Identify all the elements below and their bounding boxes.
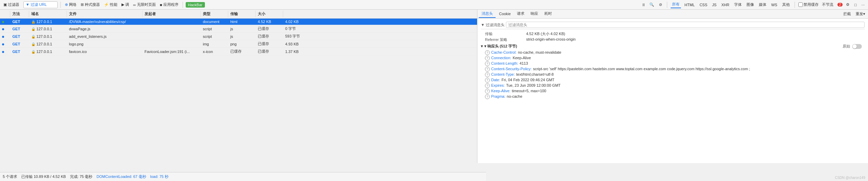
row-type: script <box>201 26 228 32</box>
header-key: Connection: <box>491 56 511 60</box>
tab-headers[interactable]: 消息头 <box>479 10 496 18</box>
tab-timing[interactable]: 耗时 <box>542 10 555 18</box>
row-domain: 🔒 127.0.0.1 <box>29 41 67 47</box>
filter-xhr-btn[interactable]: XHR <box>720 2 731 8</box>
unlimited-item[interactable]: ∞ 无限时页面 <box>132 1 157 8</box>
resend-button[interactable]: 重发▾ <box>854 11 867 17</box>
response-headers-list: ? Cache-Control: no-cache, must-revalida… <box>481 50 865 99</box>
search-button[interactable]: 🔍 <box>648 2 656 8</box>
table-row[interactable]: GET 🔒 127.0.0.1 favicon.ico FaviconLoade… <box>0 48 477 55</box>
row-size2: 0 字节 <box>283 25 311 32</box>
top-toolbar: ▣ ▣ 过滤器 过滤器 ▼ 过滤 URL ⊕ 网络 ⊞ 种式搜器 ⚡ 性能 ▶ … <box>0 0 868 10</box>
header-val: text/html;charset=utf-8 <box>516 72 554 76</box>
row-size2: 4.93 KB <box>283 41 311 47</box>
filter-media-btn[interactable]: 媒体 <box>757 1 768 8</box>
col-header-initiator[interactable]: 发起者 <box>142 11 201 17</box>
filter-all-btn[interactable]: 所有 <box>671 1 681 8</box>
info-icon[interactable]: ? <box>485 61 490 66</box>
tab-request[interactable]: 请求 <box>514 10 527 18</box>
general-key-referrer: Referrer 策略 <box>485 37 526 42</box>
info-icon[interactable]: ? <box>485 94 490 99</box>
disable-cache-label[interactable]: 禁用缓存 <box>798 2 819 7</box>
format-search-item[interactable]: ⊞ 种式搜器 <box>79 1 101 8</box>
performance-item[interactable]: ⚡ 性能 <box>103 1 119 8</box>
col-header-status <box>0 11 10 17</box>
row-domain-text: 127.0.0.1 <box>36 50 52 54</box>
more-menu-btn[interactable]: ··· <box>860 2 866 8</box>
response-headers-title: ▾ ▾ 响应头 (512 字节) <box>481 44 517 49</box>
header-val: Keep-Alive <box>513 56 531 60</box>
info-icon[interactable]: ? <box>485 56 490 61</box>
debug-item[interactable]: ▶ 调 <box>120 1 130 8</box>
filter-url-label: ▼ 过滤 URL <box>26 2 47 7</box>
filter-css-btn[interactable]: CSS <box>698 2 709 8</box>
col-header-transfer[interactable]: 传输 <box>228 11 256 17</box>
chevron-down-icon: ▾ <box>481 44 483 49</box>
col-header-type[interactable]: 类型 <box>201 11 228 17</box>
tab-response[interactable]: 响应 <box>528 10 541 18</box>
row-transfer: js <box>228 26 256 32</box>
col-header-size[interactable]: 大小 <box>256 11 283 17</box>
filter-image-btn[interactable]: 图像 <box>745 1 755 8</box>
table-row[interactable]: GET 🔒 127.0.0.1 /DVWA-master/vulnerabili… <box>0 19 477 25</box>
row-method: GET <box>10 26 29 32</box>
filter-toggle-btn[interactable]: ▣ ▣ 过滤器 过滤器 <box>2 1 21 8</box>
row-domain-text: 127.0.0.1 <box>36 20 52 24</box>
row-file: dvwaPage.js <box>67 26 142 32</box>
hackbar-button[interactable]: HackBar <box>186 2 205 8</box>
block-button[interactable]: 拦截 <box>842 11 852 17</box>
info-icon[interactable]: ? <box>485 89 490 94</box>
disable-cache-checkbox[interactable] <box>798 2 803 7</box>
table-row[interactable]: GET 🔒 127.0.0.1 dvwaPage.js script js 已缓… <box>0 25 477 33</box>
network-item[interactable]: ⊕ 网络 <box>63 1 78 8</box>
clear-button[interactable]: ⊘ <box>658 2 663 8</box>
info-icon[interactable]: ? <box>485 83 490 88</box>
row-initiator: FaviconLoader.jsm:191 (i... <box>142 49 201 55</box>
row-domain: 🔒 127.0.0.1 <box>29 49 67 55</box>
col-header-file[interactable]: 文件 <box>67 11 142 17</box>
filter-ws-btn[interactable]: WS <box>770 2 779 8</box>
error-count-badge: 2 <box>837 3 843 7</box>
filter-other-btn[interactable]: 其他 <box>781 1 791 8</box>
window-btn[interactable]: □ <box>853 2 858 8</box>
info-icon[interactable]: ? <box>485 67 490 72</box>
pause-button[interactable]: II <box>641 2 646 8</box>
row-method: GET <box>10 49 29 55</box>
info-icon[interactable]: ? <box>485 72 490 77</box>
general-val-size: 4.52 KB (大小 4.02 KB) <box>526 31 565 36</box>
status-indicator <box>2 43 4 45</box>
row-size2: 1.37 KB <box>283 49 311 55</box>
row-domain-text: 127.0.0.1 <box>36 34 52 39</box>
filter-header-input[interactable] <box>506 22 865 28</box>
response-header-row: ? Content-Length: 4113 <box>481 61 865 66</box>
throttle-btn[interactable]: 不节流 <box>821 1 835 8</box>
header-key: Expires: <box>491 83 505 87</box>
row-type: img <box>201 41 228 47</box>
separator-1 <box>60 2 61 8</box>
general-val-referrer: strict-origin-when-cross-origin <box>526 37 576 42</box>
response-headers-section[interactable]: ▾ ▾ 响应头 (512 字节) 原始 <box>481 44 865 49</box>
info-icon[interactable]: ? <box>485 50 490 55</box>
filter-url-box[interactable]: ▼ 过滤 URL <box>23 1 58 8</box>
row-size: 已缓存 <box>256 40 283 47</box>
row-size: 已缓存 <box>256 48 283 55</box>
row-size: 已缓存 <box>256 25 283 32</box>
settings-btn[interactable]: ⚙ <box>845 2 851 8</box>
filter-js-btn[interactable]: JS <box>711 2 718 8</box>
response-header-row: ? Keep-Alive: timeout=5, max=100 <box>481 89 865 94</box>
right-tab-actions: 拦截 重发▾ <box>842 11 867 17</box>
status-indicator <box>2 21 4 23</box>
response-header-row: ? Connection: Keep-Alive <box>481 56 865 61</box>
col-header-domain[interactable]: 域名 <box>29 11 67 17</box>
col-header-method[interactable]: 方法 <box>10 11 29 17</box>
filter-font-btn[interactable]: 字体 <box>733 1 743 8</box>
info-icon[interactable]: ? <box>485 78 490 83</box>
row-transfer: png <box>228 41 256 47</box>
table-row[interactable]: GET 🔒 127.0.0.1 add_event_listeners.js s… <box>0 33 477 40</box>
table-row[interactable]: GET 🔒 127.0.0.1 logo.png img png 已缓存 4.9… <box>0 40 477 48</box>
tab-cookie[interactable]: Cookie <box>496 11 513 18</box>
app-item[interactable]: ■ 应用程序 <box>159 1 180 8</box>
filter-html-btn[interactable]: HTML <box>683 2 696 8</box>
format-icon: ⊞ <box>81 2 84 7</box>
raw-toggle[interactable] <box>852 44 862 49</box>
